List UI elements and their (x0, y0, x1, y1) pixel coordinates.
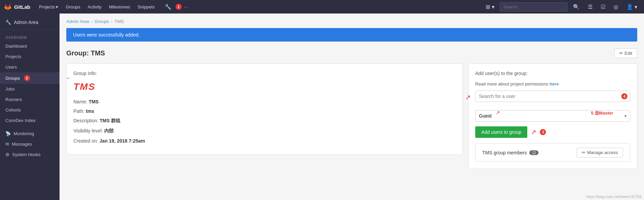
manage-icon: ✏ (582, 150, 585, 155)
sidebar: 🔧 Admin Area Overview Dashboard Projects… (0, 14, 60, 200)
group-info-title: Group info: (73, 71, 456, 76)
main-content: Admin Area › Groups › TMS Users were suc… (60, 14, 644, 200)
topnav-groups[interactable]: Groups (62, 2, 84, 11)
add-button-row: Add users to group ↗ 3 (475, 126, 630, 138)
add-users-title: Add user(s) to the group: (475, 71, 630, 76)
topnav-activity[interactable]: Activity (84, 2, 105, 11)
arrow-search-icon: ↗ (465, 93, 471, 101)
projects-label: Projects (5, 54, 21, 59)
gitlab-logo[interactable]: GitLab (4, 3, 30, 10)
runners-label: Runners (5, 97, 22, 102)
overview-section-label: Overview (0, 33, 60, 41)
edit-button[interactable]: ✏ Edit (614, 48, 637, 58)
jobs-label: Jobs (5, 86, 15, 92)
cohorts-label: Cohorts (5, 107, 21, 112)
topnav-projects[interactable]: Projects ▾ (36, 2, 62, 11)
breadcrumb-admin[interactable]: Admin Area (66, 19, 89, 24)
name-label: Name: (73, 99, 87, 104)
sidebar-admin-header: 🔧 Admin Area (0, 16, 60, 30)
description-value: TMS 群组 (100, 118, 120, 123)
created-value: Jan 19, 2018 7:25am (99, 138, 145, 144)
search-button[interactable]: 🔍 (570, 2, 582, 11)
sidebar-item-runners[interactable]: Runners (0, 94, 60, 105)
path-value: tms (86, 108, 94, 114)
breadcrumb-sep-1: › (91, 19, 92, 24)
topnav-links: Projects ▾ Groups Activity Milestones Sn… (36, 2, 158, 11)
search-input[interactable] (500, 2, 568, 11)
annotation-3: 3 (540, 129, 546, 135)
admin-area-label: Admin Area (14, 20, 38, 25)
page-title-row: Group: TMS ✏ Edit (66, 48, 637, 58)
edit-label: Edit (625, 51, 632, 56)
issues-icon[interactable]: ◎ (611, 2, 621, 11)
add-users-card: Add user(s) to the group: Read more abou… (468, 64, 637, 169)
top-navigation: GitLab Projects ▾ Groups Activity Milest… (0, 0, 644, 14)
members-title-row: TMS group members 12 (482, 150, 538, 155)
watermark: https://blog.csdn.net/luwei142768 (586, 195, 641, 199)
search-row: ↗ 4 (475, 91, 630, 106)
description-label: Description: (73, 118, 98, 123)
main-wrapper: 🔧 Admin Area Overview Dashboard Projects… (0, 14, 644, 200)
sidebar-item-cohorts[interactable]: Cohorts (0, 105, 60, 115)
role-select[interactable]: Guest Reporter Developer Master Owner (475, 110, 630, 122)
breadcrumb-groups[interactable]: Groups (95, 19, 109, 24)
system-hooks-label: System Hooks (12, 152, 41, 157)
permissions-text: Read more about project permissions here (475, 81, 630, 86)
annotation-1: 1 (176, 4, 182, 10)
add-users-label: Add users to group (481, 129, 521, 135)
field-description: Description: TMS 群组 (73, 118, 456, 124)
members-count-badge: 12 (529, 150, 538, 155)
visibility-label: Visibility level: (73, 128, 103, 133)
annotation-2: 2 (24, 75, 30, 81)
sidebar-item-monitoring[interactable]: 📡 Monitoring (0, 128, 60, 139)
wrench-sidebar-icon: 🔧 (5, 20, 11, 25)
dashboard-label: Dashboard (5, 44, 27, 49)
page-title: Group: TMS (66, 49, 105, 57)
group-info-card: Group info: TMS Name: TMS Path: tms Desc… (66, 64, 463, 155)
arrow-add-icon: ↗ (531, 128, 536, 136)
breadcrumb: Admin Area › Groups › TMS (66, 19, 637, 24)
success-banner: Users were successfully added. (66, 28, 637, 42)
topnav-snippets[interactable]: Snippets (134, 2, 158, 11)
user-avatar[interactable]: 👤 ▾ (624, 2, 640, 11)
sidebar-toggle-icon[interactable]: ☰ (585, 2, 595, 11)
todo-icon[interactable]: ☑ (598, 2, 608, 11)
add-users-button[interactable]: Add users to group (475, 126, 527, 138)
members-group-label: TMS group members (482, 150, 527, 155)
field-path: Path: tms (73, 108, 456, 114)
edit-icon: ✏ (619, 51, 623, 56)
group-logo-text: TMS (73, 81, 456, 92)
groups-label: Groups (5, 76, 20, 81)
sidebar-item-messages[interactable]: ✉ Messages (0, 139, 60, 149)
field-name: Name: TMS (73, 99, 456, 104)
messages-label: Messages (12, 142, 32, 147)
role-select-row: Guest Reporter Developer Master Owner ▾ … (475, 110, 630, 122)
annotation-4: 4 (621, 93, 627, 99)
breadcrumb-sep-2: › (111, 19, 112, 24)
created-label: Created on: (73, 138, 98, 144)
search-user-input[interactable] (475, 91, 630, 102)
manage-access-button[interactable]: ✏ Manage access (577, 148, 623, 157)
visibility-value: 内部 (104, 128, 114, 133)
success-message: Users were successfully added. (73, 32, 140, 38)
sidebar-item-jobs[interactable]: Jobs (0, 84, 60, 94)
monitoring-label: Monitoring (14, 131, 34, 136)
sidebar-item-groups[interactable]: Groups 2 ← (0, 72, 60, 84)
two-col-layout: Group info: TMS Name: TMS Path: tms Desc… (66, 64, 637, 169)
sidebar-item-system-hooks[interactable]: ⚙ System Hooks (0, 149, 60, 160)
sidebar-item-projects[interactable]: Projects (0, 51, 60, 62)
permissions-link[interactable]: here (550, 81, 559, 86)
topnav-milestones[interactable]: Milestones (106, 2, 133, 11)
sidebar-item-convdev[interactable]: ConvDev Index (0, 115, 60, 126)
sidebar-item-users[interactable]: Users (0, 62, 60, 72)
plus-icon[interactable]: ⊞ ▾ (483, 2, 497, 11)
sidebar-item-dashboard[interactable]: Dashboard (0, 41, 60, 51)
arrow-annotation-1: ← (183, 3, 190, 11)
convdev-label: ConvDev Index (5, 118, 36, 123)
name-value: TMS (89, 99, 99, 104)
members-section: TMS group members 12 ✏ Manage access (475, 143, 630, 162)
manage-access-label: Manage access (587, 150, 618, 155)
field-visibility: Visibility level: 内部 (73, 128, 456, 134)
field-created: Created on: Jan 19, 2018 7:25am (73, 138, 456, 144)
wrench-icon[interactable]: 🔧 (162, 2, 174, 11)
